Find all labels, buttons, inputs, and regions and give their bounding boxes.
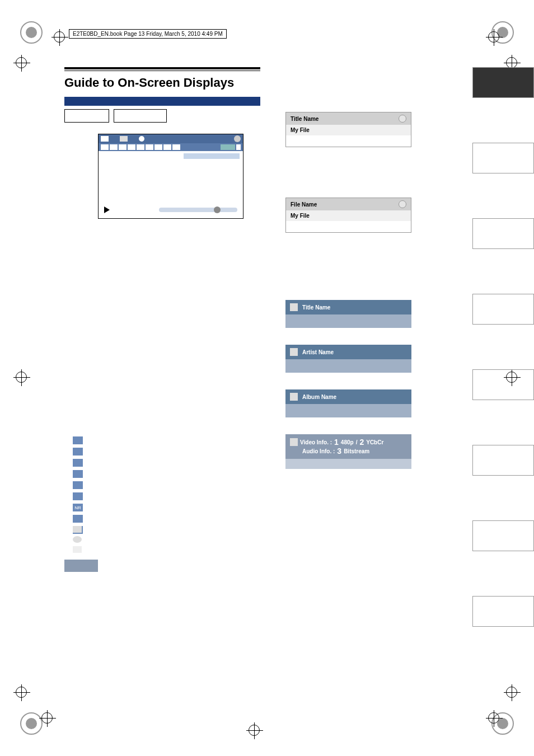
bar-label: Album Name [302,394,336,400]
side-tab [472,67,534,98]
side-tab [472,445,534,476]
album-name-bar: Album Name [285,389,411,417]
crosshair [13,369,30,386]
angle-icon [73,470,83,478]
side-tabs [472,67,534,627]
nr-icon [154,144,162,150]
audio-icon [73,448,83,456]
osd-tab [120,136,128,142]
callout-3: 3 [337,447,341,456]
osd-footer [99,201,243,218]
crosshair [13,55,30,72]
crosshair [39,710,56,727]
clock-icon [139,136,144,142]
callout-1: 1 [334,438,339,447]
osd-toolbar [99,143,243,151]
subtitle-icon [119,144,127,150]
rule [64,71,260,71]
side-tab [472,294,534,325]
usb-icon [73,546,82,553]
icon-legend: NR [73,436,83,534]
marker-icon [73,492,83,500]
file-name-panel: File Name My File [285,198,411,233]
repeat-icon [73,481,83,489]
osd-mockup [98,134,243,219]
nr-icon: NR [73,504,83,511]
disc-icon [399,200,406,208]
sep: / [356,439,358,445]
crosshair [486,29,503,46]
audio-icon [110,144,118,150]
side-tab [472,520,534,551]
marker-icon [146,144,153,150]
page-title: Guide to On-Screen Displays [64,76,473,90]
repeat-icon [137,144,144,150]
play-icon [104,206,110,213]
gray-block [64,560,98,572]
panel-header: Title Name [286,112,411,125]
music-icon [290,303,298,311]
video-audio-panel: Video Info. : 1 480p / 2 YCbCr Audio Inf… [285,434,411,459]
reg-mark [20,21,43,44]
crosshair [246,722,263,739]
panel-value: My File [286,125,411,135]
callout-2: 2 [359,438,364,447]
sd-icon [73,526,82,533]
video-info-label: Video Info. : [300,439,332,445]
osd-titlebar [99,134,243,143]
title-name-bar: Title Name [285,300,411,328]
panel-header: File Name [286,198,411,210]
info-row [184,153,240,159]
side-tab [472,369,534,400]
osd-body [99,151,243,201]
info-icon [290,438,298,446]
rule [64,67,260,69]
indicator [221,144,235,150]
empty-box [64,109,109,123]
panel-value: My File [286,210,411,221]
angle-icon [128,144,135,150]
bar-label: Title Name [302,304,330,311]
panel-title: Title Name [291,116,318,122]
crosshair [51,29,68,46]
crosshair [504,684,521,701]
magnify-icon [101,144,109,150]
progress-bar[interactable] [159,208,237,212]
album-icon [290,393,298,401]
side-tab [472,218,534,249]
side-tab [472,143,534,173]
disc-info-icon [73,515,83,523]
panel-title: File Name [291,201,317,208]
progress-thumb[interactable] [214,206,221,213]
setup-icon [172,144,180,150]
bar-label: Artist Name [302,349,334,355]
artist-icon [290,348,298,356]
empty-box [114,109,167,123]
indicator [236,144,241,150]
side-tab [472,596,534,627]
osd-tab [101,136,109,142]
section-bar [64,97,260,106]
subtitle-icon [73,459,83,467]
crosshair [486,710,503,727]
artist-name-bar: Artist Name [285,345,411,373]
disc-icon [399,115,406,123]
disc-info-icon [163,144,171,150]
disc-small-icon [73,536,82,543]
disc-icon [234,135,241,142]
video-cs: YCbCr [366,439,383,445]
audio-fmt: Bitstream [344,448,369,454]
crosshair [13,684,30,701]
source-icons [73,526,82,553]
title-name-panel: Title Name My File [285,112,411,147]
video-res: 480p [341,439,354,445]
panel-footer [285,459,411,469]
audio-info-label: Audio Info. : [302,448,335,454]
book-header: E2TE0BD_EN.book Page 13 Friday, March 5,… [69,29,227,39]
magnify-icon [73,436,83,444]
